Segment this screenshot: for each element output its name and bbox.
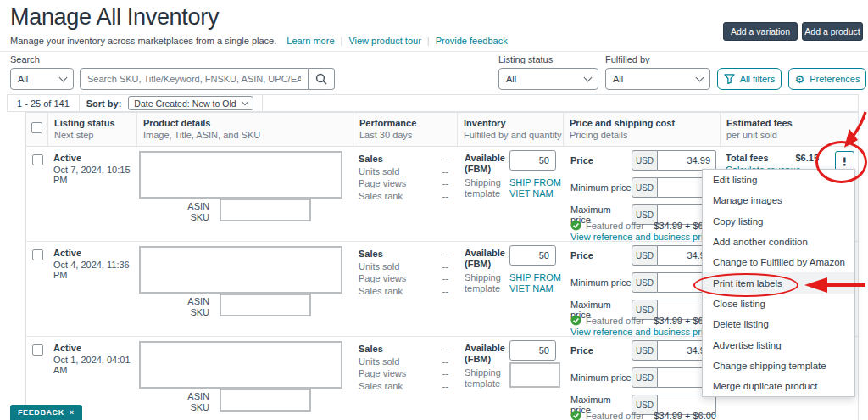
listing-status-select[interactable]: All bbox=[498, 68, 598, 90]
gear-icon: ⚙ bbox=[795, 74, 805, 85]
menu-item-copy-listing[interactable]: Copy listing bbox=[703, 211, 854, 232]
link-separator: | bbox=[341, 36, 343, 46]
sort-by-select[interactable]: Date Created: New to Old bbox=[128, 96, 253, 110]
menu-item-manage-images[interactable]: Manage images bbox=[703, 190, 854, 210]
sales-rank-label: Sales rank bbox=[359, 285, 403, 298]
menu-item-close-listing[interactable]: Close listing bbox=[703, 294, 854, 314]
header-inventory-sub: Fulfilled by and quantity bbox=[464, 130, 563, 140]
currency-prefix: USD bbox=[632, 367, 658, 388]
view-product-tour-link[interactable]: View product tour bbox=[348, 36, 420, 46]
sales-rank-value: -- bbox=[442, 380, 448, 393]
featured-offer-check-icon bbox=[570, 315, 581, 326]
ship-from-line2: VIET NAM bbox=[509, 283, 561, 294]
featured-offer-check-icon bbox=[570, 220, 581, 231]
search-scope-value: All bbox=[18, 74, 28, 84]
asin-sku-redacted-box bbox=[220, 389, 311, 412]
menu-item-change-shipping-template[interactable]: Change shipping template bbox=[703, 356, 854, 376]
fulfilled-by-label: Fulfilled by bbox=[605, 54, 650, 64]
feedback-close-icon[interactable]: × bbox=[70, 408, 75, 417]
search-input[interactable] bbox=[87, 74, 301, 84]
page-views-label: Page views bbox=[359, 177, 406, 190]
search-button[interactable] bbox=[309, 68, 335, 90]
view-reference-prices-link[interactable]: View reference and business prices bbox=[570, 232, 717, 242]
price-label: Price bbox=[570, 250, 632, 260]
link-separator: | bbox=[427, 36, 430, 46]
search-scope-select[interactable]: All bbox=[10, 68, 74, 90]
product-image-title-redacted-box bbox=[139, 341, 342, 389]
units-sold-value: -- bbox=[442, 260, 448, 273]
sales-label: Sales bbox=[359, 343, 383, 356]
units-sold-value: -- bbox=[442, 165, 448, 178]
header-divider bbox=[0, 51, 868, 52]
menu-item-edit-listing[interactable]: Edit listing bbox=[703, 170, 854, 190]
available-quantity-input[interactable] bbox=[509, 340, 556, 361]
shipping-template-link[interactable]: SHIP FROM VIET NAM bbox=[509, 177, 561, 199]
row-checkbox[interactable] bbox=[32, 249, 43, 260]
fulfilled-by-select[interactable]: All bbox=[605, 68, 710, 90]
header-price-shipping-sub: Pricing details bbox=[570, 130, 720, 140]
listing-date: Oct 7, 2024, 10:15 PM bbox=[53, 165, 136, 185]
sku-label: SKU bbox=[179, 212, 209, 223]
chevron-down-icon bbox=[584, 73, 593, 81]
price-input[interactable] bbox=[658, 150, 716, 171]
minimum-price-label: Minimum price bbox=[570, 182, 632, 193]
row-checkbox[interactable] bbox=[32, 344, 43, 356]
menu-item-delete-listing[interactable]: Delete listing bbox=[703, 314, 854, 334]
results-count: 1 - 25 of 141 bbox=[8, 98, 79, 109]
menu-item-advertise-listing[interactable]: Advertise listing bbox=[703, 334, 854, 355]
shipping-template-label: template bbox=[465, 283, 501, 294]
ship-from-line1: SHIP FROM bbox=[509, 272, 561, 283]
listing-status-value: Active bbox=[53, 343, 81, 353]
available-quantity-input[interactable] bbox=[509, 150, 556, 171]
listing-date: Oct 1, 2024, 04:01 AM bbox=[53, 355, 136, 375]
header-estimated-fees-sub: per unit sold bbox=[726, 130, 858, 140]
minimum-price-label: Minimum price bbox=[570, 372, 632, 383]
page-views-label: Page views bbox=[359, 272, 406, 285]
add-product-button[interactable]: Add a product bbox=[802, 22, 863, 41]
header-price-shipping: Price and shipping cost bbox=[570, 118, 720, 128]
header-listing-status: Listing status bbox=[54, 118, 136, 128]
available-channel-label: (FBM) bbox=[465, 259, 505, 270]
currency-prefix: USD bbox=[632, 177, 658, 198]
menu-item-change-to-fulfilled-by-amazon[interactable]: Change to Fulfilled by Amazon bbox=[703, 252, 854, 272]
available-label: Available bbox=[465, 343, 505, 354]
page-views-value: -- bbox=[442, 367, 448, 380]
provide-feedback-link[interactable]: Provide feedback bbox=[436, 36, 508, 46]
header-product-details-sub: Image, Title, ASIN, and SKU bbox=[143, 130, 353, 140]
page-views-label: Page views bbox=[359, 367, 406, 380]
shipping-template-link[interactable]: SHIP FROM VIET NAM bbox=[509, 272, 561, 294]
row-actions-menu: Edit listingManage imagesCopy listingAdd… bbox=[702, 169, 855, 397]
page-subtitle: Manage your inventory across marketplace… bbox=[10, 36, 276, 46]
row-checkbox[interactable] bbox=[32, 154, 43, 165]
total-fees-value: $6.15 bbox=[795, 153, 819, 163]
asin-label: ASIN bbox=[179, 201, 209, 212]
preferences-button[interactable]: ⚙ Preferences bbox=[788, 68, 866, 90]
select-all-checkbox[interactable] bbox=[31, 122, 42, 133]
feedback-badge[interactable]: FEEDBACK × bbox=[10, 405, 82, 420]
sales-rank-value: -- bbox=[442, 190, 448, 203]
learn-more-link[interactable]: Learn more bbox=[287, 36, 334, 46]
menu-item-merge-duplicate-product[interactable]: Merge duplicate product bbox=[703, 376, 854, 396]
menu-item-print-item-labels[interactable]: Print item labels bbox=[703, 272, 854, 293]
menu-item-add-another-condition[interactable]: Add another condition bbox=[703, 232, 854, 252]
add-variation-button[interactable]: Add a variation bbox=[723, 22, 798, 41]
available-channel-label: (FBM) bbox=[465, 164, 505, 175]
currency-prefix: USD bbox=[632, 245, 658, 266]
page-title: Manage All Inventory bbox=[10, 4, 219, 31]
available-quantity-input[interactable] bbox=[509, 245, 556, 266]
header-product-details: Product details bbox=[143, 118, 353, 128]
results-toolbar: 1 - 25 of 141 Sort by: Date Created: New… bbox=[7, 94, 859, 112]
sales-value: -- bbox=[442, 248, 448, 260]
fulfilled-by-select-value: All bbox=[613, 74, 623, 84]
all-filters-button[interactable]: All filters bbox=[717, 68, 782, 90]
minimum-price-label: Minimum price bbox=[570, 277, 632, 288]
sales-label: Sales bbox=[359, 153, 383, 165]
currency-prefix: USD bbox=[632, 150, 658, 171]
sku-label: SKU bbox=[179, 402, 209, 413]
sales-value: -- bbox=[442, 153, 448, 165]
view-reference-prices-link[interactable]: View reference and business prices bbox=[570, 327, 717, 337]
shipping-template-label: template bbox=[465, 188, 501, 199]
search-input-wrap bbox=[80, 68, 309, 90]
listing-date: Oct 4, 2024, 11:36 PM bbox=[53, 260, 136, 280]
available-label: Available bbox=[465, 153, 505, 164]
